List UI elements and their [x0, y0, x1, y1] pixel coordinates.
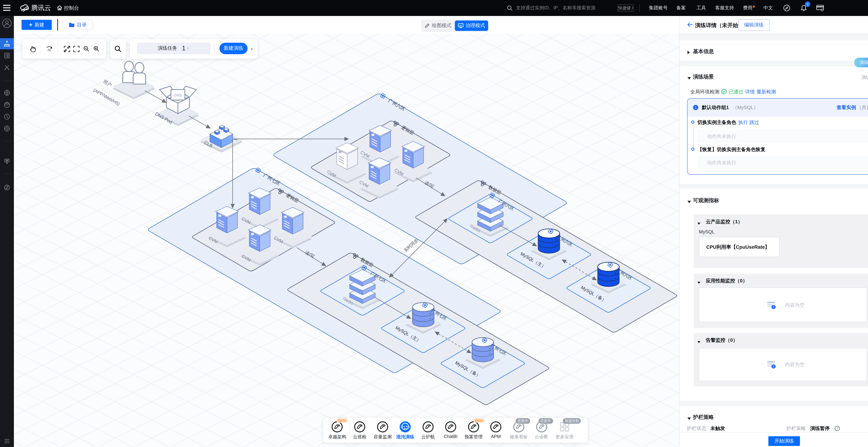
- svg-text:?: ?: [836, 426, 838, 430]
- svg-text:2D: 2D: [48, 49, 51, 51]
- svg-text:DNS: DNS: [174, 93, 182, 97]
